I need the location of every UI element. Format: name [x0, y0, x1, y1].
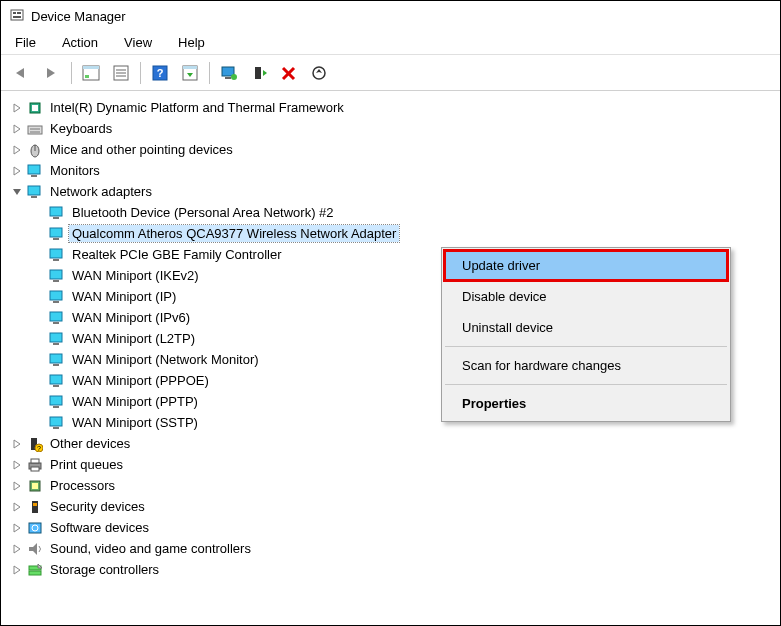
ctx-properties[interactable]: Properties	[444, 388, 728, 419]
ctx-separator	[445, 346, 727, 347]
spacer	[33, 270, 45, 282]
back-button[interactable]	[10, 61, 34, 85]
menu-view[interactable]: View	[120, 33, 164, 52]
toolbar-separator	[71, 62, 72, 84]
tree-category[interactable]: Processors	[11, 475, 780, 496]
svg-rect-43	[53, 280, 59, 282]
monitor-icon	[27, 163, 43, 179]
svg-rect-0	[11, 10, 23, 20]
svg-rect-53	[53, 385, 59, 387]
device-label: Realtek PCIe GBE Family Controller	[69, 246, 285, 263]
category-label: Processors	[47, 477, 118, 494]
cpu-icon	[27, 478, 43, 494]
ctx-uninstall-device[interactable]: Uninstall device	[444, 312, 728, 343]
network-adapter-icon	[49, 415, 65, 431]
toolbar-separator	[209, 62, 210, 84]
network-adapter-icon	[49, 289, 65, 305]
action-button[interactable]	[178, 61, 202, 85]
expand-toggle-icon[interactable]	[11, 123, 23, 135]
expand-toggle-icon[interactable]	[11, 522, 23, 534]
category-label: Print queues	[47, 456, 126, 473]
svg-marker-24	[316, 69, 322, 73]
svg-rect-38	[50, 228, 62, 237]
tree-category[interactable]: Software devices	[11, 517, 780, 538]
ctx-disable-device[interactable]: Disable device	[444, 281, 728, 312]
svg-rect-50	[50, 354, 62, 363]
tree-category[interactable]: ?Other devices	[11, 433, 780, 454]
expand-toggle-icon[interactable]	[11, 480, 23, 492]
expand-toggle-icon[interactable]	[11, 144, 23, 156]
device-label: WAN Miniport (IKEv2)	[69, 267, 202, 284]
menu-bar: File Action View Help	[1, 31, 780, 54]
svg-rect-63	[31, 467, 39, 471]
expand-toggle-icon[interactable]	[11, 564, 23, 576]
tree-category[interactable]: Mice and other pointing devices	[11, 139, 780, 160]
category-label: Intel(R) Dynamic Platform and Thermal Fr…	[47, 99, 347, 116]
svg-rect-45	[53, 301, 59, 303]
tree-device-item[interactable]: Bluetooth Device (Personal Area Network)…	[33, 202, 780, 223]
spacer	[33, 291, 45, 303]
svg-rect-72	[29, 571, 41, 575]
tree-category[interactable]: Keyboards	[11, 118, 780, 139]
device-label: WAN Miniport (IP)	[69, 288, 179, 305]
enable-device-button[interactable]	[247, 61, 271, 85]
properties-button[interactable]	[109, 61, 133, 85]
show-hide-console-tree-button[interactable]	[79, 61, 103, 85]
spacer	[33, 207, 45, 219]
tree-category[interactable]: Storage controllers	[11, 559, 780, 580]
svg-rect-67	[33, 503, 37, 506]
tree-category[interactable]: Intel(R) Dynamic Platform and Thermal Fr…	[11, 97, 780, 118]
svg-rect-19	[255, 67, 261, 79]
svg-rect-32	[28, 165, 40, 174]
menu-help[interactable]: Help	[174, 33, 217, 52]
device-label: WAN Miniport (Network Monitor)	[69, 351, 262, 368]
ctx-separator	[445, 384, 727, 385]
help-button[interactable]: ?	[148, 61, 172, 85]
tree-device-item[interactable]: Qualcomm Atheros QCA9377 Wireless Networ…	[33, 223, 780, 244]
svg-rect-42	[50, 270, 62, 279]
svg-rect-40	[50, 249, 62, 258]
uninstall-device-button[interactable]	[277, 61, 301, 85]
svg-rect-34	[28, 186, 40, 195]
tree-category[interactable]: Network adapters	[11, 181, 780, 202]
expand-toggle-icon[interactable]	[11, 438, 23, 450]
expand-toggle-icon[interactable]	[11, 102, 23, 114]
svg-marker-15	[187, 73, 193, 77]
network-adapter-icon	[49, 373, 65, 389]
svg-rect-52	[50, 375, 62, 384]
device-tree[interactable]: Intel(R) Dynamic Platform and Thermal Fr…	[1, 91, 780, 615]
scan-hardware-button[interactable]	[307, 61, 331, 85]
svg-marker-70	[29, 543, 37, 555]
svg-rect-39	[53, 238, 59, 240]
tree-category[interactable]: Print queues	[11, 454, 780, 475]
svg-rect-49	[53, 343, 59, 345]
network-adapter-icon	[49, 331, 65, 347]
window-title: Device Manager	[31, 9, 126, 24]
toolbar-separator	[140, 62, 141, 84]
software-icon	[27, 520, 43, 536]
expand-toggle-icon[interactable]	[11, 459, 23, 471]
tree-category[interactable]: Security devices	[11, 496, 780, 517]
category-label: Keyboards	[47, 120, 115, 137]
mouse-icon	[27, 142, 43, 158]
ctx-scan-hardware[interactable]: Scan for hardware changes	[444, 350, 728, 381]
svg-marker-20	[263, 70, 267, 76]
menu-action[interactable]: Action	[58, 33, 110, 52]
update-driver-button[interactable]	[217, 61, 241, 85]
expand-toggle-icon[interactable]	[11, 186, 23, 198]
keyboard-icon	[27, 121, 43, 137]
menu-file[interactable]: File	[11, 33, 48, 52]
sound-icon	[27, 541, 43, 557]
svg-rect-37	[53, 217, 59, 219]
tree-category[interactable]: Sound, video and game controllers	[11, 538, 780, 559]
ctx-update-driver[interactable]: Update driver	[443, 249, 729, 282]
svg-point-18	[231, 74, 237, 80]
tree-category[interactable]: Monitors	[11, 160, 780, 181]
expand-toggle-icon[interactable]	[11, 543, 23, 555]
spacer	[33, 333, 45, 345]
network-icon	[27, 184, 43, 200]
forward-button[interactable]	[40, 61, 64, 85]
expand-toggle-icon[interactable]	[11, 165, 23, 177]
expand-toggle-icon[interactable]	[11, 501, 23, 513]
svg-rect-5	[83, 66, 99, 69]
